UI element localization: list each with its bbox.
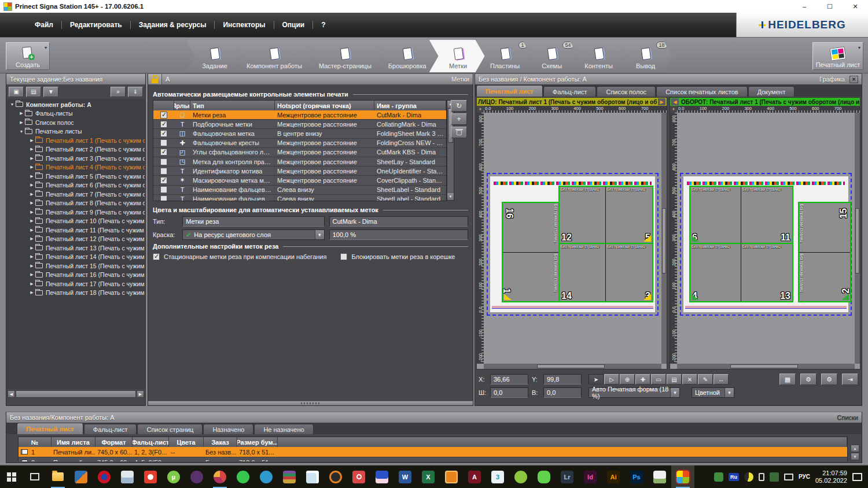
taskbar-item-notepad[interactable] xyxy=(301,465,324,488)
tree-node-foldsheets[interactable]: ▶ Фальц-листы xyxy=(7,109,145,119)
expander-icon[interactable]: ▶ xyxy=(29,264,35,268)
back-rotated-pages[interactable]: 15 Без привязки страниц 2 Без привязки с… xyxy=(798,202,851,302)
col-format[interactable]: Формат xyxy=(95,437,133,447)
tree-node-sheet[interactable]: ▶ Печатный лист 2 (Печать с чужим оборот… xyxy=(7,145,145,154)
expander-icon[interactable]: ▶ xyxy=(29,210,35,215)
col-hotspot[interactable]: Hotspot (горячая точка) xyxy=(275,101,374,110)
front-viewport[interactable]: ЛИЦО: Печатный лист 1 (Печать с чужим об… xyxy=(476,97,667,369)
mark-enabled-checkbox[interactable] xyxy=(160,158,167,165)
col-colors[interactable]: Цвета xyxy=(169,437,204,447)
scroll-left-icon[interactable]: ◀ xyxy=(8,390,15,398)
chevron-down-icon[interactable]: ▾ xyxy=(858,45,860,50)
viewer-tab[interactable]: Печатный лист xyxy=(476,85,543,97)
save-button[interactable]: ▣ xyxy=(9,87,24,97)
tree-node-sheet[interactable]: ▶ Печатный лист 8 (Печать с чужим оборот… xyxy=(7,199,145,208)
col-label[interactable]: Ярлык xyxy=(174,101,190,110)
tree-node-sheet[interactable]: ▶ Печатный лист 12 (Печать с чужим оборо… xyxy=(7,235,145,244)
viewer-tool-button[interactable]: ↔ xyxy=(713,374,729,385)
close-icon[interactable]: ✕ xyxy=(849,76,858,83)
expander-icon[interactable]: ▶ xyxy=(29,174,35,179)
taskbar-item-winrar[interactable] xyxy=(278,465,301,488)
expander-icon[interactable]: ▶ xyxy=(29,201,35,205)
taskbar-item-explorer[interactable] xyxy=(46,465,69,488)
lock-button[interactable] xyxy=(148,74,162,84)
y-field[interactable]: 99,8 xyxy=(543,374,582,385)
viewer-tab[interactable]: Документ xyxy=(748,86,795,97)
viewer-tool-button[interactable]: ▤ xyxy=(667,374,682,385)
horizontal-splitter[interactable] xyxy=(148,401,473,405)
start-button[interactable] xyxy=(0,465,23,488)
taskbar-item-signa[interactable] xyxy=(671,465,694,488)
col-order[interactable]: Заказ xyxy=(204,437,237,447)
ruler-origin-icon[interactable]: + xyxy=(477,106,484,113)
mark-enabled-checkbox[interactable] xyxy=(160,139,167,146)
expander-icon[interactable]: ▶ xyxy=(19,111,24,116)
menu-file[interactable]: Файл xyxy=(27,17,61,32)
viewer-tool-button[interactable]: ⊕ xyxy=(620,374,635,385)
scroll-down-icon[interactable]: ▼ xyxy=(447,193,454,200)
sheet-row[interactable]: 1 Печатный ли... 745,0 x 60... 1, 2, 3(F… xyxy=(19,447,847,457)
task-view-button[interactable] xyxy=(23,465,46,488)
viewer-tool-button[interactable]: ▷ xyxy=(604,374,619,385)
menu-options[interactable]: Опции xyxy=(274,17,313,32)
delete-button[interactable] xyxy=(451,127,467,138)
taskbar-item-utorrent[interactable]: µ xyxy=(162,465,185,488)
ruler-origin-icon[interactable]: + xyxy=(670,106,677,113)
taskbar-item-openvpn[interactable] xyxy=(324,465,347,488)
tree-node-sheet[interactable]: ▶ Печатный лист 5 (Печать с чужим оборот… xyxy=(7,172,145,181)
mark-row[interactable]: ◻ Метки реза Межцентровое расстояние Cut… xyxy=(153,110,446,120)
mark-row[interactable]: ◳ Метка для контроля правиль... Межцентр… xyxy=(153,157,446,167)
expander-icon[interactable]: ▶ xyxy=(29,183,35,187)
mark-row[interactable]: T Наименование фальцеваль... Слева внизу… xyxy=(153,186,446,195)
expander-icon[interactable]: ▶ xyxy=(29,236,35,241)
expander-icon[interactable]: ▶ xyxy=(29,156,35,161)
viewer-tool-button[interactable]: ✎ xyxy=(698,374,713,385)
viewer-action-button[interactable]: ⚙ xyxy=(821,374,837,385)
front-canvas[interactable]: 16 Без привязки страниц 1 Без привязки с… xyxy=(484,113,661,364)
lists-tab[interactable]: Фальц-лист xyxy=(84,424,137,434)
prev-sheet-icon[interactable]: ◀ xyxy=(671,98,679,105)
col-paper-size[interactable]: Размер бум... xyxy=(237,437,278,447)
scroll-right-icon[interactable]: ▶ xyxy=(137,390,144,398)
tree-node-sheet[interactable]: ▶ Печатный лист 4 (Печать с чужим оборот… xyxy=(7,163,145,172)
front-rotated-pages[interactable]: 16 Без привязки страниц 1 Без привязки с… xyxy=(502,202,560,302)
front-horizontal-scrollbar[interactable] xyxy=(484,364,661,369)
scroll-up-icon[interactable]: ▲ xyxy=(851,445,859,452)
back-horizontal-scrollbar[interactable] xyxy=(677,364,855,369)
taskbar-item-telegram[interactable] xyxy=(255,465,278,488)
viewer-tab[interactable]: Фальц-лист xyxy=(543,86,597,97)
viewer-tab[interactable]: Список полос xyxy=(597,86,656,97)
expander-icon[interactable]: ▼ xyxy=(9,102,15,106)
viewer-tab[interactable]: Список печатных листов xyxy=(656,86,748,97)
lists-tab[interactable]: Список страниц xyxy=(137,424,203,434)
page-12[interactable]: Без привязки страниц 12 xyxy=(560,187,606,244)
page-13[interactable]: Без привязки страниц 13 xyxy=(741,244,792,301)
expander-icon[interactable]: ▶ xyxy=(29,192,35,197)
tree-node-sheet[interactable]: ▶ Печатный лист 6 (Печать с чужим оборот… xyxy=(7,181,145,190)
press-sheet-button[interactable]: ▾ Печатный лист xyxy=(812,42,863,70)
viewer-tool-button[interactable]: ▭ xyxy=(651,374,666,385)
mark-enabled-checkbox[interactable] xyxy=(160,112,167,119)
ru-tray-badge[interactable]: Ru xyxy=(729,473,739,481)
scroll-down-icon[interactable]: ▼ xyxy=(851,453,859,460)
clock[interactable]: 21:07:59 05.02.2022 xyxy=(815,469,847,485)
back-viewport[interactable]: ◀ ОБОРОТ: Печатный лист 1 (Печать с чужи… xyxy=(670,97,860,369)
taskbar-item-snagit[interactable] xyxy=(532,465,556,488)
mark-enabled-checkbox[interactable] xyxy=(160,149,167,156)
mark-row[interactable]: T Подборочные метки Межцентровое расстоя… xyxy=(153,120,446,129)
ink-percent-field[interactable]: 100,0 % xyxy=(329,230,468,240)
workflow-step[interactable]: Мастер-страницы xyxy=(305,40,383,72)
expander-icon[interactable]: ▶ xyxy=(29,246,35,250)
sync-button[interactable]: ↻ xyxy=(451,100,467,112)
taskbar-item-leaf[interactable] xyxy=(509,465,532,488)
page-5[interactable]: Без привязки страниц 5 xyxy=(606,187,652,244)
viewer-action-button[interactable]: ⇥ xyxy=(842,374,858,385)
menu-jobs-resources[interactable]: Задания & ресурсы xyxy=(131,17,215,32)
tree-node-sheet[interactable]: ▶ Печатный лист 9 (Печать с чужим оборот… xyxy=(7,208,145,217)
tree-node-sheet[interactable]: ▶ Печатный лист 17 (Печать с чужим оборо… xyxy=(7,279,145,289)
close-button[interactable]: ✕ xyxy=(843,0,868,13)
mark-enabled-checkbox[interactable] xyxy=(160,121,167,128)
height-field[interactable]: 0,0 xyxy=(543,387,582,398)
zoom-dropdown[interactable]: Авто Печатная форма (18 %) xyxy=(589,387,680,398)
col-sheet-name[interactable]: Имя листа xyxy=(52,437,95,447)
